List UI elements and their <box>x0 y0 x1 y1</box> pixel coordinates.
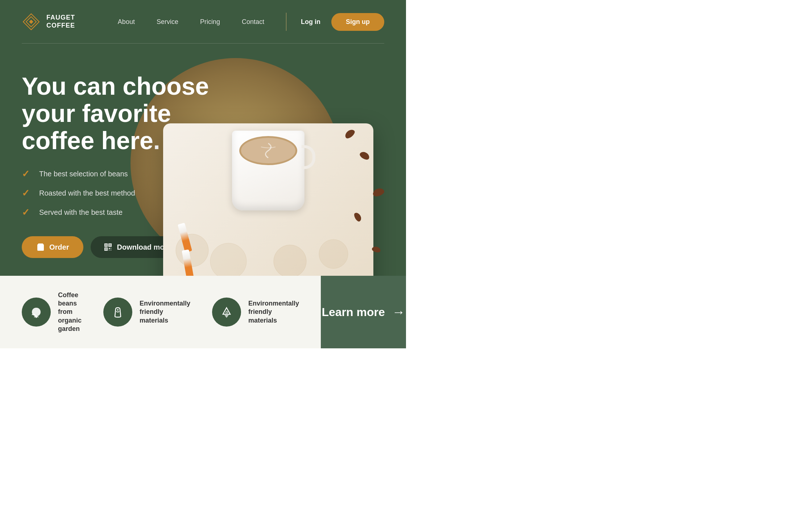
order-button[interactable]: Order <box>22 236 83 258</box>
eco2-icon-circle: ♻ <box>212 298 241 327</box>
learn-more-text: Learn more <box>322 306 385 319</box>
cart-icon <box>36 243 45 251</box>
login-button[interactable]: Log in <box>301 18 320 26</box>
qr-icon <box>104 243 112 251</box>
feature-eco2: ♻ Environmentally friendly materials <box>212 298 299 327</box>
eco2-text: Environmentally friendly materials <box>248 299 299 325</box>
coffee-top <box>239 136 297 165</box>
coffee-cup <box>232 131 304 210</box>
features-left: Coffee beans from organic garden Environ… <box>0 276 321 348</box>
logo-text: FAUGET COFFEE <box>46 14 75 29</box>
coffee-bean-2 <box>372 187 385 198</box>
nav-about[interactable]: About <box>118 18 135 26</box>
coffee-tray <box>163 123 373 276</box>
svg-point-20 <box>274 245 306 276</box>
nav-contact[interactable]: Contact <box>242 18 264 26</box>
svg-point-19 <box>210 243 246 276</box>
svg-rect-9 <box>105 245 107 246</box>
svg-point-18 <box>176 234 208 267</box>
svg-rect-14 <box>109 248 110 249</box>
organic-text: Coffee beans from organic garden <box>58 291 82 333</box>
check-icon-1: ✓ <box>22 168 33 180</box>
svg-marker-2 <box>29 20 33 24</box>
features-section: Coffee beans from organic garden Environ… <box>0 276 406 348</box>
feature-organic: Coffee beans from organic garden <box>22 291 82 333</box>
feature-eco1: Environmentally friendly materials <box>103 298 190 327</box>
svg-point-23 <box>117 309 119 311</box>
svg-rect-17 <box>111 250 111 250</box>
hero-section: You can choose your favorite coffee here… <box>0 44 406 276</box>
learn-more-section[interactable]: Learn more → <box>321 276 406 348</box>
nav-links: About Service Pricing Contact <box>118 18 264 26</box>
svg-point-21 <box>319 239 348 269</box>
svg-text:♻: ♻ <box>225 310 228 314</box>
nav-auth: Log in Sign up <box>301 13 384 31</box>
check-icon-3: ✓ <box>22 207 33 218</box>
logo-icon <box>22 12 41 31</box>
svg-rect-13 <box>105 249 107 250</box>
svg-rect-15 <box>111 248 111 249</box>
svg-rect-11 <box>109 245 111 246</box>
coffee-image <box>145 87 392 276</box>
check-icon-2: ✓ <box>22 188 33 199</box>
bag-icon <box>111 305 125 319</box>
svg-rect-16 <box>109 250 109 250</box>
navbar: FAUGET COFFEE About Service Pricing Cont… <box>0 0 406 44</box>
organic-icon-circle <box>22 298 51 327</box>
recycle-icon: ♻ <box>219 305 234 319</box>
leaf-icon <box>29 305 44 319</box>
sugar-packets <box>181 223 188 276</box>
arrow-right-icon: → <box>392 304 405 320</box>
eco1-icon-circle <box>103 298 132 327</box>
nav-service[interactable]: Service <box>157 18 178 26</box>
eco1-text: Environmentally friendly materials <box>140 299 190 325</box>
nav-divider <box>286 13 286 31</box>
nav-pricing[interactable]: Pricing <box>200 18 220 26</box>
signup-button[interactable]: Sign up <box>331 13 384 31</box>
logo[interactable]: FAUGET COFFEE <box>22 12 75 31</box>
